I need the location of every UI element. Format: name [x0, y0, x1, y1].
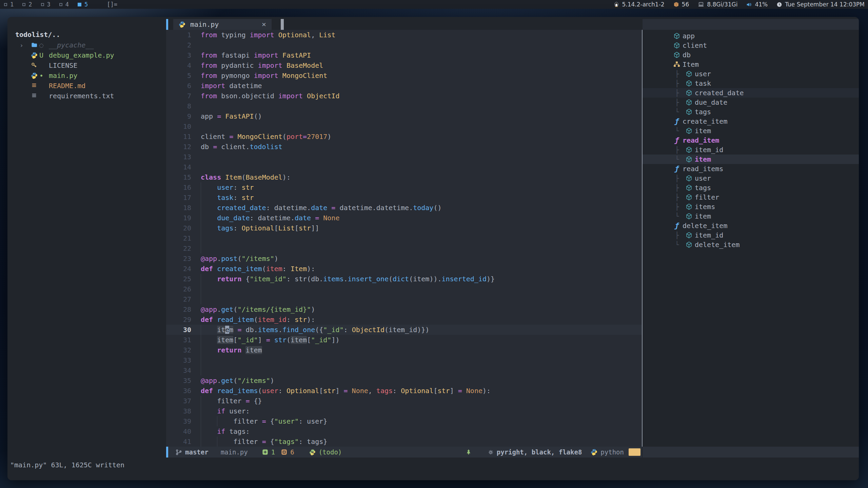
code-line-37[interactable]: 37 filter = {}: [166, 396, 642, 406]
symbol-created-date[interactable]: ├created_date: [643, 88, 859, 98]
code-line-39[interactable]: 39 filter = {"user": user}: [166, 416, 642, 426]
tree-connector: ├: [675, 231, 684, 239]
workspace-button-3[interactable]: 3: [41, 1, 51, 8]
file-tree-item-requirements-txt[interactable]: requirements.txt: [7, 91, 166, 101]
symbol-user[interactable]: ├user: [643, 174, 859, 183]
code-line-27[interactable]: 27: [166, 294, 642, 304]
code-line-29[interactable]: 29def read_item(item_id: str):: [166, 314, 642, 325]
code-line-32[interactable]: 32 return item: [166, 345, 642, 355]
code-line-11[interactable]: 11client = MongoClient(port=27017): [166, 131, 642, 142]
code-line-15[interactable]: 15class Item(BaseModel):: [166, 172, 642, 182]
code-line-5[interactable]: 5from pymongo import MongoClient: [166, 70, 642, 81]
code-line-35[interactable]: 35@app.get("/items"): [166, 375, 642, 386]
code-line-4[interactable]: 4from pydantic import BaseModel: [166, 60, 642, 70]
symbol-read-item[interactable]: ƒread_item: [643, 136, 859, 145]
code-line-22[interactable]: 22: [166, 243, 642, 253]
symbol-task[interactable]: ├task: [643, 79, 859, 88]
line-number: 17: [166, 192, 196, 203]
code-line-13[interactable]: 13: [166, 152, 642, 162]
symbol-app[interactable]: app: [643, 31, 859, 41]
indent-guide: [201, 396, 201, 406]
symbol-label: item: [695, 212, 711, 220]
code-line-40[interactable]: 40 if tags:: [166, 426, 642, 436]
python-icon: [29, 72, 39, 79]
code-line-25[interactable]: 25 return {"item_id": str(db.items.inser…: [166, 274, 642, 284]
tab-main-py[interactable]: main.py ×: [173, 19, 272, 30]
code-line-38[interactable]: 38 if user:: [166, 406, 642, 416]
code-line-18[interactable]: 18 created_date: datetime.date = datetim…: [166, 203, 642, 213]
symbol-label: item_id: [695, 231, 723, 239]
code-line-7[interactable]: 7from bson.objectid import ObjectId: [166, 91, 642, 101]
symbol-items[interactable]: ├items: [643, 202, 859, 211]
workspace-button-4[interactable]: 4: [59, 1, 69, 8]
code-line-17[interactable]: 17 task: str: [166, 192, 642, 203]
code-line-33[interactable]: 33: [166, 355, 642, 365]
workspace-button-5[interactable]: 5: [78, 1, 88, 8]
code-text: from pydantic import BaseModel: [196, 60, 642, 70]
file-tree-item-readme-md[interactable]: README.md: [7, 81, 166, 91]
symbol-tags[interactable]: ├tags: [643, 183, 859, 192]
workspace-number: 4: [65, 1, 69, 8]
line-number: 6: [166, 81, 196, 91]
code-line-8[interactable]: 8: [166, 101, 642, 111]
code-line-10[interactable]: 10: [166, 121, 642, 131]
symbol-item-id[interactable]: ├item_id: [643, 230, 859, 240]
file-tree-item---pycache--[interactable]: ›◌__pycache__: [7, 40, 166, 50]
code-line-20[interactable]: 20 tags: Optional[List[str]]: [166, 223, 642, 233]
code-line-36[interactable]: 36def read_items(user: Optional[str] = N…: [166, 386, 642, 396]
code-line-31[interactable]: 31 item["_id"] = str(item["_id"]): [166, 335, 642, 345]
code-line-30[interactable]: 30 item = db.items.find_one({"_id": Obje…: [166, 325, 642, 335]
class-icon: [672, 61, 682, 68]
file-tree-item-debug-example-py[interactable]: Udebug_example.py: [7, 50, 166, 60]
code-line-6[interactable]: 6import datetime: [166, 81, 642, 91]
variable-cube-icon: [684, 184, 694, 191]
code-line-26[interactable]: 26: [166, 284, 642, 294]
code-line-14[interactable]: 14: [166, 162, 642, 172]
code-line-16[interactable]: 16 user: str: [166, 182, 642, 192]
code-text: [196, 152, 642, 162]
git-status-ignored: ◌: [39, 41, 49, 49]
file-tree-item-license[interactable]: LICENSE: [7, 60, 166, 70]
code-line-34[interactable]: 34: [166, 365, 642, 375]
symbol-item-id[interactable]: ├item_id: [643, 145, 859, 155]
file-tree-root[interactable]: todolist/..: [7, 29, 166, 40]
code-line-19[interactable]: 19 due_date: datetime.date = None: [166, 213, 642, 223]
code-text: filter = {"user": user}: [196, 416, 642, 426]
symbol-item[interactable]: └item: [643, 155, 859, 164]
code-line-1[interactable]: 1from typing import Optional, List: [166, 30, 642, 40]
code-line-28[interactable]: 28@app.get("/items/{item_id}"): [166, 304, 642, 314]
symbol-delete-item[interactable]: ƒdelete_item: [643, 221, 859, 230]
symbol-item[interactable]: └item: [643, 211, 859, 221]
terminal-window: todolist/..›◌__pycache__Udebug_example.p…: [7, 17, 859, 480]
code-line-21[interactable]: 21: [166, 233, 642, 243]
code-text: [196, 162, 642, 172]
code-line-23[interactable]: 23@app.post("/items"): [166, 253, 642, 264]
symbol-filter[interactable]: ├filter: [643, 192, 859, 202]
code-line-12[interactable]: 12db = client.todolist: [166, 142, 642, 152]
symbol-label: read_item: [683, 136, 719, 144]
code-line-24[interactable]: 24def create_item(item: Item):: [166, 264, 642, 274]
symbol-client[interactable]: client: [643, 41, 859, 50]
symbol-tags[interactable]: └tags: [643, 107, 859, 117]
code-line-41[interactable]: 41 filter = {"tags": tags}: [166, 436, 642, 447]
editor-buffer[interactable]: 1from typing import Optional, List23from…: [166, 30, 642, 447]
code-line-9[interactable]: 9app = FastAPI(): [166, 111, 642, 121]
symbol-create-item[interactable]: ƒcreate_item: [643, 117, 859, 126]
symbol-item[interactable]: └item: [643, 126, 859, 136]
file-tree-item-main-py[interactable]: •main.py: [7, 70, 166, 81]
tab-close-icon[interactable]: ×: [262, 21, 266, 28]
symbol-label: item: [695, 155, 711, 163]
code-text: [196, 101, 642, 111]
symbol-delete-item[interactable]: └delete_item: [643, 240, 859, 249]
symbol-db[interactable]: db: [643, 50, 859, 60]
code-line-3[interactable]: 3from fastapi import FastAPI: [166, 50, 642, 60]
line-number: 21: [166, 233, 196, 243]
code-line-2[interactable]: 2: [166, 40, 642, 50]
symbol-read-items[interactable]: ƒread_items: [643, 164, 859, 174]
workspace-button-2[interactable]: 2: [22, 1, 32, 8]
symbol-due-date[interactable]: ├due_date: [643, 98, 859, 107]
code-text: client = MongoClient(port=27017): [196, 131, 642, 142]
symbol-user[interactable]: ├user: [643, 69, 859, 79]
symbol-item[interactable]: Item: [643, 60, 859, 69]
workspace-button-1[interactable]: 1: [4, 1, 14, 8]
